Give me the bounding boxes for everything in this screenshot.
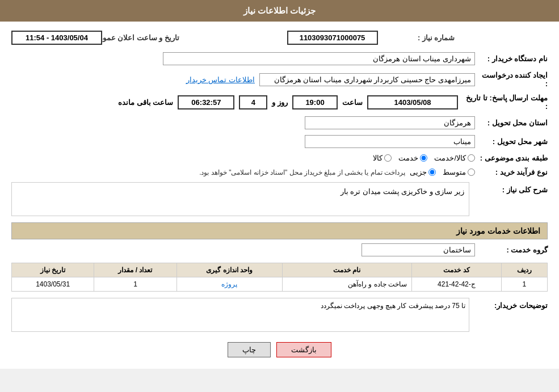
cell-name: ساخت جاده و راه‌آهن (282, 277, 411, 292)
col-count: تعداد / مقدار (94, 263, 176, 277)
shomare-niaz-label: شماره نیاز : (381, 33, 455, 42)
cell-radif: 1 (501, 277, 547, 292)
radio-mottawaset-item: متوسط (443, 168, 475, 176)
cell-code: ج-42-42-421 (411, 277, 501, 292)
radio-kala-khedmat-item: کالا/خدمت (434, 154, 475, 162)
tozihat-value: تا 75 درصد پیشرفت کار هیچ وجهی پرداخت نم… (11, 298, 469, 332)
radio-kala[interactable] (384, 154, 392, 162)
button-row: بازگشت چاپ (11, 342, 548, 357)
ostan-tahvil-value: هرمزگان (305, 116, 475, 129)
shahr-tahvil-value: میناب (305, 135, 475, 148)
saat-value: 19:00 (292, 95, 338, 109)
tozihat-label: توضیحات خریدار: (474, 298, 548, 310)
ijad-konande-value: میرزامهدی حاج حسینی کاربردار شهرداری مین… (259, 73, 475, 86)
page-header: جزئیات اطلاعات نیاز (0, 0, 559, 22)
radio-khedmat-item: خدمت (398, 154, 427, 162)
cell-count: 1 (94, 277, 176, 292)
radio-kala-khedmat-label: کالا/خدمت (434, 154, 466, 162)
back-button[interactable]: بازگشت (276, 342, 331, 357)
col-radif: ردیف (501, 263, 547, 277)
mohlet-label: مهلت ارسال پاسخ: تا تاریخ : (463, 94, 548, 111)
type-notice: پرداخت تمام یا بخشی از مبلغ خریداز محل "… (199, 168, 405, 176)
col-code: کد خدمت (411, 263, 501, 277)
radio-mottawaset-label: متوسط (443, 168, 466, 176)
shahr-tahvil-label: شهر محل تحویل : (480, 137, 548, 146)
tarikh-elam-label: تاریخ و ساعت اعلان عمومی : (106, 33, 179, 42)
radio-jozyi-item: جزیی (410, 168, 436, 176)
radio-kala-label: کالا (373, 154, 383, 162)
cell-date: 1403/05/31 (12, 277, 94, 292)
radio-mottawaset[interactable] (468, 168, 475, 176)
radio-khedmat-label: خدمت (398, 154, 418, 162)
print-button[interactable]: چاپ (228, 342, 271, 357)
page-wrapper: جزئیات اطلاعات نیاز شماره نیاز : 1103093… (0, 0, 559, 369)
type-label: نوع فرآیند خرید : (480, 168, 548, 176)
group-value: ساختمان (362, 243, 475, 256)
radio-kala-item: کالا (373, 154, 392, 162)
nam-dastgah-value: شهرداری میناب استان هرمزگان (163, 52, 475, 65)
ostan-tahvil-label: استان محل تحویل : (480, 119, 548, 127)
radio-jozyi-label: جزیی (410, 168, 427, 176)
radio-khedmat[interactable] (420, 154, 427, 162)
rooz-value: 4 (239, 95, 267, 109)
ettelaat-tamas-link[interactable]: اطلاعات تماس خریدار (186, 75, 255, 84)
saat-mande-label: ساعت باقی مانده (118, 98, 173, 107)
sharh-label: شرح کلی نیاز : (474, 182, 548, 194)
shomare-niaz-value: 1103093071000075 (287, 31, 378, 45)
tabaqe-radio-group: کالا/خدمت خدمت کالا (373, 154, 475, 162)
saat-mande-value: 06:32:57 (178, 95, 234, 109)
saat-label: ساعت (342, 98, 363, 107)
col-unit: واحد اندازه گیری (176, 263, 282, 277)
page-title: جزئیات اطلاعات نیاز (243, 6, 316, 15)
radio-kala-khedmat[interactable] (468, 154, 475, 162)
cell-unit: پروژه (176, 277, 282, 292)
col-name: نام خدمت (282, 263, 411, 277)
tabaqe-label: طبقه بندی موضوعی : (480, 154, 548, 162)
type-radio-group: متوسط جزیی (410, 168, 475, 176)
nam-dastgah-label: نام دستگاه خریدار : (480, 54, 548, 63)
rooz-label: روز و (272, 98, 288, 107)
tarikh-elam-value: 1403/05/04 - 11:54 (11, 31, 102, 45)
content-area: شماره نیاز : 1103093071000075 تاریخ و سا… (0, 22, 559, 369)
table-row: 1 ج-42-42-421 ساخت جاده و راه‌آهن پروژه … (12, 277, 548, 292)
tarikh-value: 1403/05/08 (367, 95, 458, 109)
sharh-value: زیر سازی و خاکریزی پشت میدان تره بار (11, 182, 469, 216)
ijad-konande-label: ایجاد کننده درخواست : (480, 71, 548, 88)
radio-jozyi[interactable] (428, 168, 436, 176)
group-label: گروه خدمت : (480, 246, 548, 254)
col-date: تاریخ نیاز (12, 263, 94, 277)
services-section-header: اطلاعات خدمات مورد نیاز (11, 222, 548, 239)
services-table: ردیف کد خدمت نام خدمت واحد اندازه گیری ت… (11, 263, 548, 292)
